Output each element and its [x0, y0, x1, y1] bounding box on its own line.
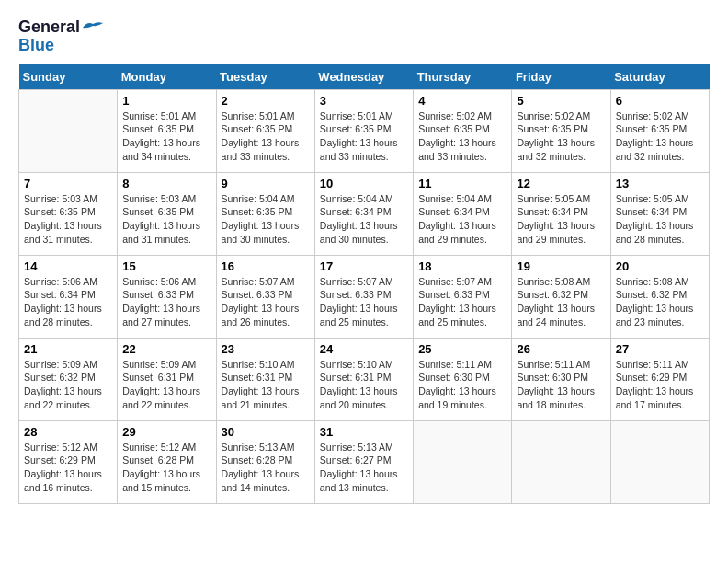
day-number: 10 — [320, 177, 408, 190]
col-header-saturday: Saturday — [610, 64, 709, 90]
day-info: Sunrise: 5:13 AMSunset: 6:27 PMDaylight:… — [320, 441, 408, 495]
day-info: Sunrise: 5:12 AMSunset: 6:29 PMDaylight:… — [24, 441, 112, 495]
day-cell-15: 15Sunrise: 5:06 AMSunset: 6:33 PMDayligh… — [118, 255, 216, 338]
col-header-friday: Friday — [512, 64, 610, 90]
day-cell-26: 26Sunrise: 5:11 AMSunset: 6:30 PMDayligh… — [512, 338, 610, 420]
day-number: 25 — [418, 342, 506, 356]
day-info: Sunrise: 5:07 AMSunset: 6:33 PMDaylight:… — [320, 275, 408, 329]
day-cell-2: 2Sunrise: 5:01 AMSunset: 6:35 PMDaylight… — [216, 89, 314, 172]
day-cell-21: 21Sunrise: 5:09 AMSunset: 6:32 PMDayligh… — [19, 338, 118, 420]
day-number: 22 — [122, 342, 210, 356]
day-cell-18: 18Sunrise: 5:07 AMSunset: 6:33 PMDayligh… — [414, 255, 512, 338]
day-info: Sunrise: 5:12 AMSunset: 6:28 PMDaylight:… — [122, 441, 210, 495]
empty-cell — [19, 89, 118, 172]
day-info: Sunrise: 5:06 AMSunset: 6:34 PMDaylight:… — [24, 275, 112, 329]
day-cell-9: 9Sunrise: 5:04 AMSunset: 6:35 PMDaylight… — [216, 172, 314, 255]
day-number: 6 — [616, 94, 704, 108]
day-info: Sunrise: 5:10 AMSunset: 6:31 PMDaylight:… — [320, 358, 408, 412]
day-cell-5: 5Sunrise: 5:02 AMSunset: 6:35 PMDaylight… — [512, 89, 610, 172]
day-number: 3 — [320, 94, 408, 108]
day-cell-1: 1Sunrise: 5:01 AMSunset: 6:35 PMDaylight… — [118, 89, 216, 172]
col-header-monday: Monday — [118, 64, 216, 90]
day-cell-29: 29Sunrise: 5:12 AMSunset: 6:28 PMDayligh… — [118, 420, 216, 503]
day-cell-13: 13Sunrise: 5:05 AMSunset: 6:34 PMDayligh… — [610, 172, 709, 255]
day-info: Sunrise: 5:01 AMSunset: 6:35 PMDaylight:… — [122, 109, 210, 164]
day-info: Sunrise: 5:03 AMSunset: 6:35 PMDaylight:… — [122, 192, 210, 247]
day-number: 5 — [517, 94, 605, 108]
day-number: 24 — [320, 342, 408, 356]
day-number: 15 — [122, 259, 210, 273]
col-header-thursday: Thursday — [414, 64, 512, 90]
col-header-wednesday: Wednesday — [314, 64, 413, 90]
day-info: Sunrise: 5:01 AMSunset: 6:35 PMDaylight:… — [320, 109, 408, 164]
day-info: Sunrise: 5:05 AMSunset: 6:34 PMDaylight:… — [616, 192, 704, 247]
week-row-1: 1Sunrise: 5:01 AMSunset: 6:35 PMDaylight… — [19, 89, 710, 172]
day-info: Sunrise: 5:11 AMSunset: 6:29 PMDaylight:… — [616, 358, 704, 412]
day-number: 18 — [418, 259, 506, 273]
day-info: Sunrise: 5:11 AMSunset: 6:30 PMDaylight:… — [418, 358, 506, 412]
day-number: 28 — [24, 425, 112, 439]
day-info: Sunrise: 5:11 AMSunset: 6:30 PMDaylight:… — [517, 358, 605, 412]
week-row-5: 28Sunrise: 5:12 AMSunset: 6:29 PMDayligh… — [19, 420, 710, 503]
day-info: Sunrise: 5:01 AMSunset: 6:35 PMDaylight:… — [222, 109, 310, 164]
day-number: 16 — [222, 259, 310, 273]
day-cell-30: 30Sunrise: 5:13 AMSunset: 6:28 PMDayligh… — [216, 420, 314, 503]
logo: GeneralBlue — [18, 18, 103, 55]
day-cell-24: 24Sunrise: 5:10 AMSunset: 6:31 PMDayligh… — [314, 338, 413, 420]
day-number: 31 — [320, 425, 408, 439]
day-cell-20: 20Sunrise: 5:08 AMSunset: 6:32 PMDayligh… — [610, 255, 709, 338]
empty-cell — [414, 420, 512, 503]
day-number: 20 — [616, 259, 704, 273]
day-info: Sunrise: 5:02 AMSunset: 6:35 PMDaylight:… — [418, 109, 506, 164]
day-info: Sunrise: 5:13 AMSunset: 6:28 PMDaylight:… — [222, 441, 310, 495]
week-row-4: 21Sunrise: 5:09 AMSunset: 6:32 PMDayligh… — [19, 338, 710, 420]
header: GeneralBlue — [18, 18, 710, 55]
day-cell-4: 4Sunrise: 5:02 AMSunset: 6:35 PMDaylight… — [414, 89, 512, 172]
day-number: 26 — [517, 342, 605, 356]
day-cell-3: 3Sunrise: 5:01 AMSunset: 6:35 PMDaylight… — [314, 89, 413, 172]
day-info: Sunrise: 5:04 AMSunset: 6:34 PMDaylight:… — [320, 192, 408, 247]
day-number: 14 — [24, 259, 112, 273]
day-cell-19: 19Sunrise: 5:08 AMSunset: 6:32 PMDayligh… — [512, 255, 610, 338]
day-number: 27 — [616, 342, 704, 356]
day-number: 23 — [222, 342, 310, 356]
day-number: 11 — [418, 177, 506, 190]
day-number: 13 — [616, 177, 704, 190]
day-number: 4 — [418, 94, 506, 108]
day-cell-25: 25Sunrise: 5:11 AMSunset: 6:30 PMDayligh… — [414, 338, 512, 420]
day-number: 17 — [320, 259, 408, 273]
day-info: Sunrise: 5:08 AMSunset: 6:32 PMDaylight:… — [616, 275, 704, 329]
day-info: Sunrise: 5:07 AMSunset: 6:33 PMDaylight:… — [418, 275, 506, 329]
day-cell-22: 22Sunrise: 5:09 AMSunset: 6:31 PMDayligh… — [118, 338, 216, 420]
day-cell-6: 6Sunrise: 5:02 AMSunset: 6:35 PMDaylight… — [610, 89, 709, 172]
day-number: 2 — [222, 94, 310, 108]
col-header-tuesday: Tuesday — [216, 64, 314, 90]
day-cell-7: 7Sunrise: 5:03 AMSunset: 6:35 PMDaylight… — [19, 172, 118, 255]
day-cell-8: 8Sunrise: 5:03 AMSunset: 6:35 PMDaylight… — [118, 172, 216, 255]
calendar-header-row: SundayMondayTuesdayWednesdayThursdayFrid… — [19, 64, 710, 90]
day-cell-16: 16Sunrise: 5:07 AMSunset: 6:33 PMDayligh… — [216, 255, 314, 338]
week-row-2: 7Sunrise: 5:03 AMSunset: 6:35 PMDaylight… — [19, 172, 710, 255]
day-info: Sunrise: 5:02 AMSunset: 6:35 PMDaylight:… — [517, 109, 605, 164]
day-cell-23: 23Sunrise: 5:10 AMSunset: 6:31 PMDayligh… — [216, 338, 314, 420]
day-info: Sunrise: 5:08 AMSunset: 6:32 PMDaylight:… — [517, 275, 605, 329]
day-info: Sunrise: 5:09 AMSunset: 6:31 PMDaylight:… — [122, 358, 210, 412]
day-number: 1 — [122, 94, 210, 108]
day-number: 19 — [517, 259, 605, 273]
day-info: Sunrise: 5:04 AMSunset: 6:35 PMDaylight:… — [222, 192, 310, 247]
day-info: Sunrise: 5:04 AMSunset: 6:34 PMDaylight:… — [418, 192, 506, 247]
day-info: Sunrise: 5:10 AMSunset: 6:31 PMDaylight:… — [222, 358, 310, 412]
day-info: Sunrise: 5:03 AMSunset: 6:35 PMDaylight:… — [24, 192, 112, 247]
week-row-3: 14Sunrise: 5:06 AMSunset: 6:34 PMDayligh… — [19, 255, 710, 338]
day-info: Sunrise: 5:07 AMSunset: 6:33 PMDaylight:… — [222, 275, 310, 329]
day-cell-31: 31Sunrise: 5:13 AMSunset: 6:27 PMDayligh… — [314, 420, 413, 503]
empty-cell — [610, 420, 709, 503]
calendar-table: SundayMondayTuesdayWednesdayThursdayFrid… — [18, 64, 710, 504]
day-cell-27: 27Sunrise: 5:11 AMSunset: 6:29 PMDayligh… — [610, 338, 709, 420]
day-number: 8 — [122, 177, 210, 190]
day-number: 7 — [24, 177, 112, 190]
day-cell-11: 11Sunrise: 5:04 AMSunset: 6:34 PMDayligh… — [414, 172, 512, 255]
empty-cell — [512, 420, 610, 503]
day-number: 12 — [517, 177, 605, 190]
day-info: Sunrise: 5:06 AMSunset: 6:33 PMDaylight:… — [122, 275, 210, 329]
